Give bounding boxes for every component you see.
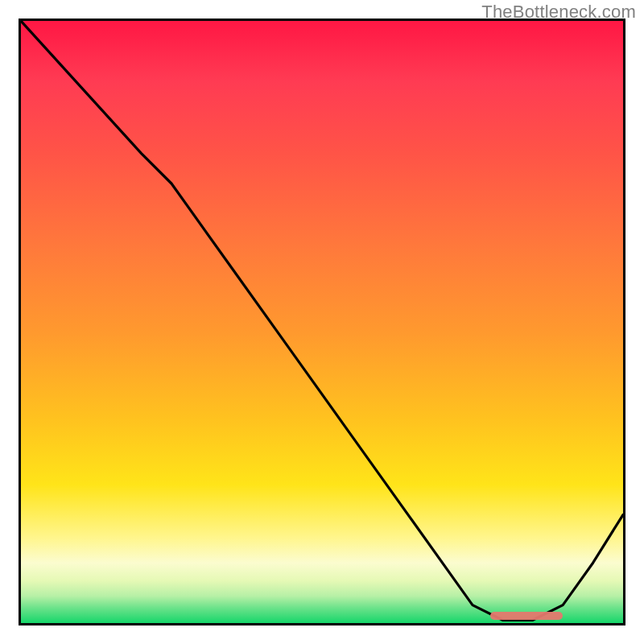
trough-marker [490,612,563,620]
plot-area [19,19,625,625]
curve-line [21,21,623,620]
chart-stage: TheBottleneck.com [0,0,644,644]
curve-svg [21,21,623,623]
watermark-text: TheBottleneck.com [481,2,636,23]
